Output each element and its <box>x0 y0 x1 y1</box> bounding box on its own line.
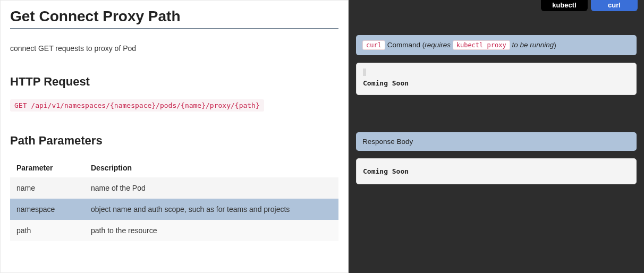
command-header: curl Command (requires kubectl proxy to … <box>356 35 637 55</box>
command-example-box: Coming Soon <box>356 63 637 95</box>
cmd-text: Command ( <box>385 41 425 49</box>
param-cell: namespace <box>10 199 84 220</box>
kubectl-proxy-chip: kubectl proxy <box>453 40 510 50</box>
doc-content-panel: Get Connect Proxy Path connect GET reque… <box>0 0 349 273</box>
desc-cell: object name and auth scope, such as for … <box>84 199 338 220</box>
http-request-line: GET /api/v1/namespaces/{namespace}/pods/… <box>10 99 264 112</box>
page-title: Get Connect Proxy Path <box>10 8 338 29</box>
param-cell: name <box>10 177 84 199</box>
table-row: name name of the Pod <box>10 177 338 199</box>
example-panel: kubectl curl curl Command (requires kube… <box>349 0 644 273</box>
desc-cell: name of the Pod <box>84 177 338 199</box>
response-body-header: Response Body <box>356 132 637 151</box>
cursor-bar <box>363 69 366 76</box>
tab-kubectl[interactable]: kubectl <box>541 0 588 11</box>
coming-soon-response: Coming Soon <box>363 167 630 175</box>
table-row: path path to the resource <box>10 220 338 241</box>
tab-curl[interactable]: curl <box>591 0 638 11</box>
cmd-running: to be running <box>510 41 554 49</box>
response-example-box: Coming Soon <box>356 158 637 184</box>
table-row: namespace object name and auth scope, su… <box>10 199 338 220</box>
path-parameters-heading: Path Parameters <box>10 134 338 148</box>
param-cell: path <box>10 220 84 241</box>
language-tabs: kubectl curl <box>541 0 638 11</box>
curl-chip: curl <box>362 40 385 50</box>
col-description: Description <box>84 158 338 177</box>
cmd-requires: requires <box>425 41 453 49</box>
cmd-text-close: ) <box>554 41 556 49</box>
coming-soon-command: Coming Soon <box>363 79 630 87</box>
http-request-heading: HTTP Request <box>10 75 338 89</box>
col-parameter: Parameter <box>10 158 84 177</box>
path-parameters-table: Parameter Description name name of the P… <box>10 158 338 241</box>
page-description: connect GET requests to proxy of Pod <box>10 44 338 53</box>
desc-cell: path to the resource <box>84 220 338 241</box>
